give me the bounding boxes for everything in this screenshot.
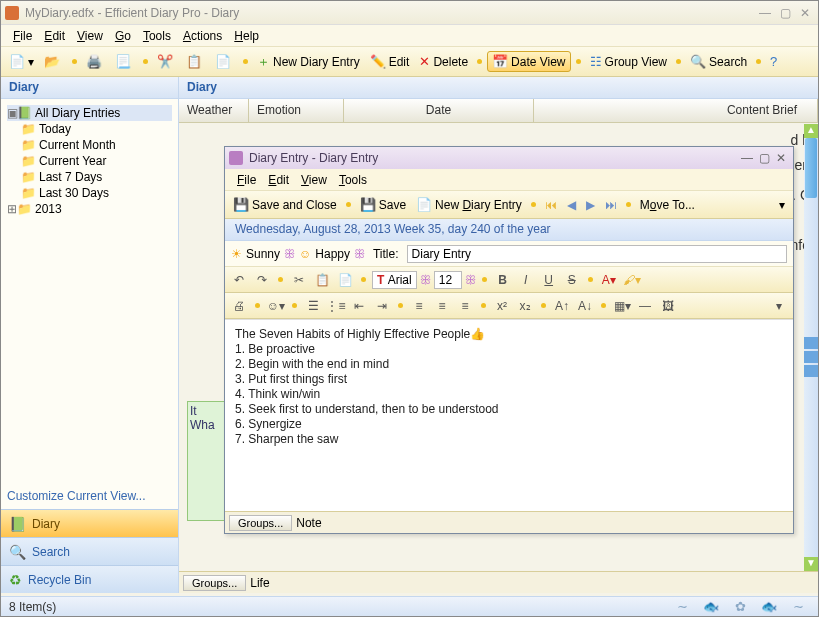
print-button[interactable]: 🖨️ bbox=[82, 52, 109, 71]
copy-button[interactable]: 📋 bbox=[312, 270, 332, 290]
cut-button[interactable]: ✂ bbox=[289, 270, 309, 290]
highlight-button[interactable]: 🖌▾ bbox=[622, 270, 642, 290]
tree-item-2013[interactable]: ⊞📁2013 bbox=[7, 201, 172, 217]
first-button[interactable]: ⏮ bbox=[541, 196, 561, 214]
help-button[interactable]: ? bbox=[766, 52, 784, 71]
scroll-up-arrow[interactable]: ▲ bbox=[804, 124, 818, 138]
align-right-button[interactable]: ≡ bbox=[455, 296, 475, 316]
hr-button[interactable]: — bbox=[635, 296, 655, 316]
fmt-overflow[interactable]: ▾ bbox=[769, 296, 789, 316]
prev-button[interactable]: ◀ bbox=[563, 196, 580, 214]
col-date[interactable]: Date bbox=[344, 99, 534, 122]
strike-button[interactable]: S bbox=[562, 270, 582, 290]
minimize-button[interactable]: — bbox=[756, 6, 774, 20]
open-button[interactable]: 📂 bbox=[40, 52, 67, 71]
menu-tools[interactable]: Tools bbox=[137, 27, 177, 45]
groups-value: Life bbox=[250, 576, 269, 590]
dialog-close[interactable]: ✕ bbox=[773, 151, 789, 165]
move-to-button[interactable]: Move To... bbox=[636, 196, 699, 214]
scroll-down-arrow[interactable]: ▼ bbox=[804, 557, 818, 571]
emoji-button[interactable]: ☺▾ bbox=[266, 296, 286, 316]
menu-file[interactable]: File bbox=[7, 27, 38, 45]
delete-diary-button[interactable]: ✕Delete bbox=[415, 52, 472, 71]
superscript-button[interactable]: x² bbox=[492, 296, 512, 316]
cut-button[interactable]: ✂️ bbox=[153, 52, 180, 71]
save-close-button[interactable]: 💾Save and Close bbox=[229, 195, 341, 214]
group-view-button[interactable]: ☷Group View bbox=[586, 52, 671, 71]
font-size-select[interactable]: 12 bbox=[434, 271, 462, 289]
dlg-new-diary-button[interactable]: 📄New Diary Entry bbox=[412, 195, 526, 214]
search-button[interactable]: 🔍Search bbox=[686, 52, 751, 71]
new-file-button[interactable]: 📄▾ bbox=[5, 52, 38, 71]
nav-search[interactable]: 🔍Search bbox=[1, 537, 178, 565]
tree-item-current-month[interactable]: 📁Current Month bbox=[7, 137, 172, 153]
align-left-button[interactable]: ≡ bbox=[409, 296, 429, 316]
menu-edit[interactable]: Edit bbox=[38, 27, 71, 45]
next-button[interactable]: ▶ bbox=[582, 196, 599, 214]
dlg-menu-view[interactable]: View bbox=[295, 171, 333, 189]
customize-view-link[interactable]: Customize Current View... bbox=[1, 483, 178, 509]
font-name-select[interactable]: T Arial bbox=[372, 271, 417, 289]
dlg-menu-tools[interactable]: Tools bbox=[333, 171, 373, 189]
tree-item-last30[interactable]: 📁Last 30 Days bbox=[7, 185, 172, 201]
toolbar-overflow[interactable]: ▾ bbox=[775, 196, 789, 214]
nav-diary[interactable]: 📗Diary bbox=[1, 509, 178, 537]
nav-recycle[interactable]: ♻Recycle Bin bbox=[1, 565, 178, 593]
redo-button[interactable]: ↷ bbox=[252, 270, 272, 290]
title-input[interactable] bbox=[407, 245, 787, 263]
dlg-menu-file[interactable]: File bbox=[231, 171, 262, 189]
underline-button[interactable]: U bbox=[539, 270, 559, 290]
print-button[interactable]: 🖨 bbox=[229, 296, 249, 316]
table-button[interactable]: ▦▾ bbox=[612, 296, 632, 316]
maximize-button[interactable]: ▢ bbox=[776, 6, 794, 20]
col-weather[interactable]: Weather bbox=[179, 99, 249, 122]
format-row-1: ↶ ↷ ✂ 📋 📄 T Arial ꕥ 12 ꕥ B I U S A▾ 🖌▾ bbox=[225, 267, 793, 293]
numbers-button[interactable]: ⋮≡ bbox=[326, 296, 346, 316]
bullets-button[interactable]: ☰ bbox=[303, 296, 323, 316]
outdent-button[interactable]: ⇤ bbox=[349, 296, 369, 316]
col-emotion[interactable]: Emotion bbox=[249, 99, 344, 122]
butterfly-icon[interactable]: ꕥ bbox=[354, 247, 365, 261]
menu-go[interactable]: Go bbox=[109, 27, 137, 45]
bold-button[interactable]: B bbox=[493, 270, 513, 290]
dlg-groups-value: Note bbox=[296, 516, 321, 530]
tree-item-current-year[interactable]: 📁Current Year bbox=[7, 153, 172, 169]
indent-button[interactable]: ⇥ bbox=[372, 296, 392, 316]
dialog-minimize[interactable]: — bbox=[739, 151, 755, 165]
image-button[interactable]: 🖼 bbox=[658, 296, 678, 316]
shrink-font-button[interactable]: A↓ bbox=[575, 296, 595, 316]
butterfly-icon[interactable]: ꕥ bbox=[420, 273, 431, 287]
italic-button[interactable]: I bbox=[516, 270, 536, 290]
subscript-button[interactable]: x₂ bbox=[515, 296, 535, 316]
menu-actions[interactable]: Actions bbox=[177, 27, 228, 45]
close-button[interactable]: ✕ bbox=[796, 6, 814, 20]
editor-area[interactable]: The Seven Habits of Highly Effective Peo… bbox=[225, 319, 793, 511]
preview-button[interactable]: 📃 bbox=[111, 52, 138, 71]
butterfly-icon[interactable]: ꕥ bbox=[465, 273, 476, 287]
copy-button[interactable]: 📋 bbox=[182, 52, 209, 71]
new-diary-button[interactable]: ＋New Diary Entry bbox=[253, 51, 364, 73]
edit-diary-button[interactable]: ✏️Edit bbox=[366, 52, 414, 71]
menu-view[interactable]: View bbox=[71, 27, 109, 45]
paste-button[interactable]: 📄 bbox=[335, 270, 355, 290]
tree-root[interactable]: ▣📗All Diary Entries bbox=[7, 105, 172, 121]
font-color-button[interactable]: A▾ bbox=[599, 270, 619, 290]
undo-button[interactable]: ↶ bbox=[229, 270, 249, 290]
dialog-titlebar[interactable]: Diary Entry - Diary Entry — ▢ ✕ bbox=[225, 147, 793, 169]
save-button[interactable]: 💾Save bbox=[356, 195, 410, 214]
dialog-maximize[interactable]: ▢ bbox=[756, 151, 772, 165]
date-view-button[interactable]: 📅Date View bbox=[487, 51, 570, 72]
grow-font-button[interactable]: A↑ bbox=[552, 296, 572, 316]
align-center-button[interactable]: ≡ bbox=[432, 296, 452, 316]
scroll-thumb[interactable] bbox=[805, 138, 817, 198]
dlg-menu-edit[interactable]: Edit bbox=[262, 171, 295, 189]
butterfly-icon[interactable]: ꕥ bbox=[284, 247, 295, 261]
last-button[interactable]: ⏭ bbox=[601, 196, 621, 214]
menu-help[interactable]: Help bbox=[228, 27, 265, 45]
groups-button[interactable]: Groups... bbox=[183, 575, 246, 591]
dlg-groups-button[interactable]: Groups... bbox=[229, 515, 292, 531]
paste-button[interactable]: 📄 bbox=[211, 52, 238, 71]
tree-item-today[interactable]: 📁Today bbox=[7, 121, 172, 137]
tree-item-last7[interactable]: 📁Last 7 Days bbox=[7, 169, 172, 185]
col-content[interactable]: Content Brief bbox=[534, 99, 818, 122]
